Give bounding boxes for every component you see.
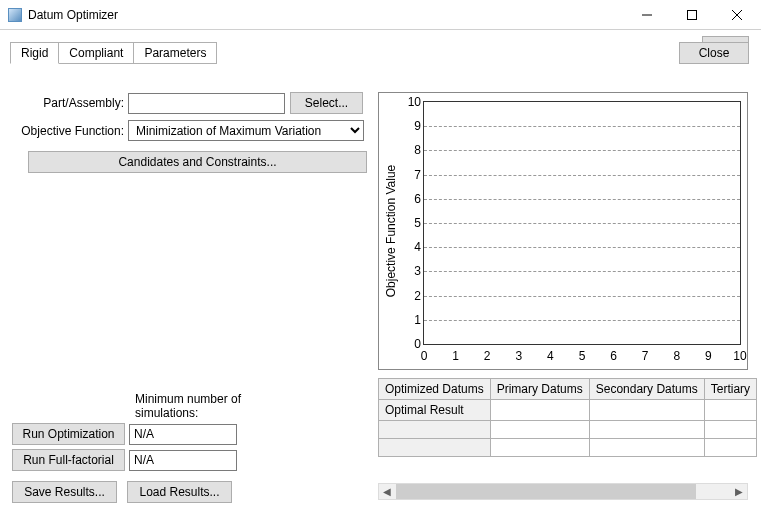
- col-optimized-datums[interactable]: Optimized Datums: [379, 379, 491, 400]
- results-table: Optimized Datums Primary Datums Secondar…: [378, 378, 748, 500]
- close-window-button[interactable]: [714, 1, 759, 29]
- chart-xtick: 7: [642, 349, 649, 363]
- chart-ytick: 10: [407, 95, 421, 109]
- scroll-left-arrow-icon[interactable]: ◀: [379, 484, 395, 499]
- results-table-grid: Optimized Datums Primary Datums Secondar…: [378, 378, 757, 457]
- scroll-thumb[interactable]: [396, 484, 696, 499]
- chart-gridline: [424, 296, 740, 297]
- table-cell[interactable]: [490, 439, 589, 457]
- chart-xtick: 9: [705, 349, 712, 363]
- chart-xtick: 5: [579, 349, 586, 363]
- min-simulations-label: Minimum number of simulations:: [135, 392, 262, 420]
- window-title: Datum Optimizer: [28, 8, 118, 22]
- chart-gridline: [424, 175, 740, 176]
- table-row[interactable]: Optimal Result: [379, 400, 757, 421]
- row-header: [379, 421, 491, 439]
- chart-xtick: 1: [452, 349, 459, 363]
- table-cell[interactable]: [589, 439, 704, 457]
- col-secondary-datums[interactable]: Secondary Datums: [589, 379, 704, 400]
- save-results-button[interactable]: Save Results...: [12, 481, 117, 503]
- chart-xtick: 6: [610, 349, 617, 363]
- close-icon: [732, 10, 742, 20]
- table-row[interactable]: [379, 439, 757, 457]
- chart-xtick: 0: [421, 349, 428, 363]
- close-dialog-button[interactable]: Close: [679, 42, 749, 64]
- chart-xtick: 8: [673, 349, 680, 363]
- table-cell[interactable]: [589, 400, 704, 421]
- chart-gridline: [424, 126, 740, 127]
- col-tertiary[interactable]: Tertiary: [704, 379, 756, 400]
- chart-gridline: [424, 199, 740, 200]
- table-cell[interactable]: [490, 400, 589, 421]
- load-results-button[interactable]: Load Results...: [127, 481, 232, 503]
- chart-ytick: 1: [407, 313, 421, 327]
- chart-plot-area: [423, 101, 741, 345]
- chart-gridline: [424, 320, 740, 321]
- part-assembly-label: Part/Assembly:: [10, 96, 128, 110]
- minimize-button[interactable]: [624, 1, 669, 29]
- app-icon: [8, 8, 22, 22]
- chart-ytick: 3: [407, 264, 421, 278]
- table-horizontal-scrollbar[interactable]: ◀ ▶: [378, 483, 748, 500]
- part-assembly-input[interactable]: [128, 93, 285, 114]
- objective-function-select[interactable]: Minimization of Maximum Variation: [128, 120, 364, 141]
- row-header: Optimal Result: [379, 400, 491, 421]
- tab-parameters[interactable]: Parameters: [134, 42, 217, 64]
- table-cell[interactable]: [704, 439, 756, 457]
- tab-rigid[interactable]: Rigid: [10, 42, 59, 64]
- col-primary-datums[interactable]: Primary Datums: [490, 379, 589, 400]
- title-bar: Datum Optimizer: [0, 0, 761, 30]
- table-cell[interactable]: [589, 421, 704, 439]
- chart-y-axis-label: Objective Function Value: [384, 161, 398, 301]
- table-cell[interactable]: [704, 421, 756, 439]
- run-full-factorial-value: [129, 450, 237, 471]
- tab-compliant[interactable]: Compliant: [59, 42, 134, 64]
- run-optimization-button[interactable]: Run Optimization: [12, 423, 125, 445]
- run-full-factorial-button[interactable]: Run Full-factorial: [12, 449, 125, 471]
- chart-xtick: 10: [733, 349, 746, 363]
- chart-ytick: 5: [407, 216, 421, 230]
- left-panel: Part/Assembly: Select... Objective Funct…: [10, 92, 368, 173]
- maximize-button[interactable]: [669, 1, 714, 29]
- chart-gridline: [424, 150, 740, 151]
- chart-xtick: 4: [547, 349, 554, 363]
- chart-ytick: 6: [407, 192, 421, 206]
- chart-gridline: [424, 271, 740, 272]
- chart-xtick: 2: [484, 349, 491, 363]
- chart-ytick: 9: [407, 119, 421, 133]
- minimize-icon: [642, 10, 652, 20]
- simulation-block: Minimum number of simulations: Run Optim…: [12, 392, 262, 503]
- maximize-icon: [687, 10, 697, 20]
- table-row[interactable]: [379, 421, 757, 439]
- objective-function-label: Objective Function:: [10, 124, 128, 138]
- chart: Objective Function Value 012345678910012…: [378, 92, 748, 370]
- select-part-button[interactable]: Select...: [290, 92, 363, 114]
- chart-ytick: 2: [407, 289, 421, 303]
- table-cell[interactable]: [704, 400, 756, 421]
- chart-ytick: 0: [407, 337, 421, 351]
- run-optimization-value: [129, 424, 237, 445]
- candidates-constraints-button[interactable]: Candidates and Constraints...: [28, 151, 367, 173]
- chart-ytick: 7: [407, 168, 421, 182]
- chart-gridline: [424, 223, 740, 224]
- tab-bar: Rigid Compliant Parameters: [10, 42, 751, 64]
- chart-ytick: 4: [407, 240, 421, 254]
- chart-gridline: [424, 247, 740, 248]
- svg-rect-1: [687, 10, 696, 19]
- chart-ytick: 8: [407, 143, 421, 157]
- table-cell[interactable]: [490, 421, 589, 439]
- scroll-right-arrow-icon[interactable]: ▶: [731, 484, 747, 499]
- chart-xtick: 3: [515, 349, 522, 363]
- row-header: [379, 439, 491, 457]
